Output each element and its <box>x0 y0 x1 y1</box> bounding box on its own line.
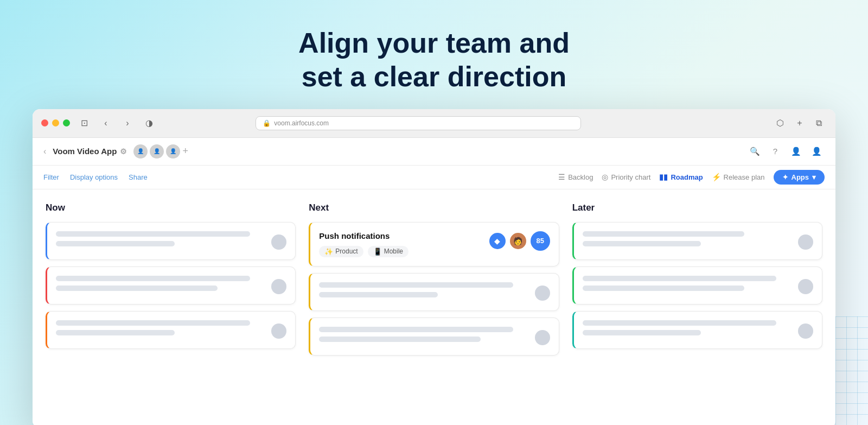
column-later: Later <box>572 202 822 415</box>
maximize-button[interactable] <box>63 119 70 126</box>
roadmap-icon: ▮▮ <box>659 173 668 181</box>
featured-card[interactable]: Push notifications ✨ Product 📱 Mobile <box>309 222 559 267</box>
copy-button[interactable]: ⧉ <box>812 116 827 131</box>
card-3[interactable] <box>46 311 296 349</box>
forward-button[interactable]: › <box>120 116 135 131</box>
back-button[interactable]: ‹ <box>98 116 113 131</box>
filter-link[interactable]: Filter <box>43 173 59 181</box>
backlog-nav-item[interactable]: ☰ Backlog <box>558 173 593 181</box>
minimize-button[interactable] <box>52 119 59 126</box>
mobile-badge: 📱 Mobile <box>368 246 409 257</box>
column-later-title: Later <box>572 202 822 213</box>
card-9[interactable] <box>572 311 822 349</box>
backlog-icon: ☰ <box>558 173 565 181</box>
column-now-title: Now <box>46 202 296 213</box>
help-icon[interactable]: ? <box>767 143 783 160</box>
product-badge: ✨ Product <box>319 246 363 257</box>
hero-section: Align your team and set a clear directio… <box>0 0 868 94</box>
nav-bar: Filter Display options Share ☰ Backlog ◎… <box>33 166 835 189</box>
cast-button[interactable]: ⬡ <box>773 116 788 131</box>
apps-dropdown-icon: ▾ <box>812 173 816 181</box>
card-2[interactable] <box>46 267 296 305</box>
gear-icon[interactable]: ⚙ <box>120 147 127 156</box>
new-tab-button[interactable]: + <box>792 116 807 131</box>
kanban-board: Now <box>33 189 835 425</box>
roadmap-nav-item[interactable]: ▮▮ Roadmap <box>659 173 703 181</box>
featured-card-badges: ✨ Product 📱 Mobile <box>319 246 409 257</box>
card-1[interactable] <box>46 222 296 260</box>
card-7[interactable] <box>572 222 822 260</box>
apps-icon: ✦ <box>782 173 788 181</box>
lock-icon: 🔒 <box>263 119 271 127</box>
card-meta: ◆ 🧑 85 <box>489 231 550 251</box>
release-icon: ⚡ <box>712 173 721 181</box>
column-now: Now <box>46 202 296 415</box>
search-icon[interactable]: 🔍 <box>746 143 763 160</box>
product-badge-label: Product <box>335 248 358 255</box>
sidebar-toggle-button[interactable]: ⊡ <box>76 116 92 131</box>
hero-line1: Align your team and <box>298 27 570 59</box>
nav-right: ☰ Backlog ◎ Priority chart ▮▮ Roadmap ⚡ … <box>558 170 825 185</box>
roadmap-label: Roadmap <box>671 173 703 181</box>
apps-button[interactable]: ✦ Apps ▾ <box>774 170 825 185</box>
traffic-lights <box>41 119 70 126</box>
url-text: voom.airfocus.com <box>274 119 329 127</box>
priority-chart-nav-item[interactable]: ◎ Priority chart <box>602 173 650 181</box>
release-plan-label: Release plan <box>724 173 765 181</box>
mobile-badge-icon: 📱 <box>373 248 382 256</box>
avatar-group: 👤 👤 👤 + <box>133 144 188 158</box>
app-back-button[interactable]: ‹ <box>43 147 46 156</box>
avatar-3: 👤 <box>166 144 180 158</box>
extension-button[interactable]: ◑ <box>142 116 157 131</box>
priority-icon: ◎ <box>602 173 608 181</box>
address-bar[interactable]: 🔒 voom.airfocus.com <box>256 116 581 130</box>
close-button[interactable] <box>41 119 48 126</box>
featured-card-title: Push notifications <box>319 231 409 240</box>
mobile-badge-label: Mobile <box>384 248 403 255</box>
display-options-link[interactable]: Display options <box>70 173 118 181</box>
card-8[interactable] <box>572 267 822 305</box>
user-avatar-icon[interactable]: 👤 <box>808 143 825 160</box>
avatar-2: 👤 <box>150 144 164 158</box>
card-6[interactable] <box>309 318 559 356</box>
priority-icon-badge: ◆ <box>489 233 506 249</box>
column-next-title: Next <box>309 202 559 213</box>
backlog-label: Backlog <box>568 173 593 181</box>
hero-title: Align your team and set a clear directio… <box>0 26 868 94</box>
add-member-button[interactable]: + <box>182 145 188 157</box>
app-title-text: Voom Video App <box>53 147 117 156</box>
avatar-1: 👤 <box>133 144 148 158</box>
browser-chrome: ⊡ ‹ › ◑ 🔒 voom.airfocus.com ⬡ + ⧉ <box>33 109 835 138</box>
nav-left: Filter Display options Share <box>43 173 148 181</box>
account-icon[interactable]: 👤 <box>788 143 804 160</box>
apps-label: Apps <box>792 173 809 181</box>
product-badge-icon: ✨ <box>324 248 333 256</box>
share-link[interactable]: Share <box>129 173 148 181</box>
header-right-actions: 🔍 ? 👤 👤 <box>746 143 825 160</box>
app-title: Voom Video App ⚙ <box>53 147 127 156</box>
card-5[interactable] <box>309 273 559 311</box>
browser-window: ⊡ ‹ › ◑ 🔒 voom.airfocus.com ⬡ + ⧉ ‹ Voom… <box>33 109 835 425</box>
priority-chart-label: Priority chart <box>611 173 650 181</box>
user-avatar: 🧑 <box>510 233 526 249</box>
app-header: ‹ Voom Video App ⚙ 👤 👤 👤 + 🔍 ? 👤 👤 <box>33 138 835 166</box>
release-plan-nav-item[interactable]: ⚡ Release plan <box>712 173 765 181</box>
browser-actions: ⬡ + ⧉ <box>773 116 827 131</box>
column-next: Next Push notifications ✨ Product <box>309 202 559 415</box>
hero-line2: set a clear direction <box>302 61 566 92</box>
score-badge: 85 <box>531 231 550 251</box>
